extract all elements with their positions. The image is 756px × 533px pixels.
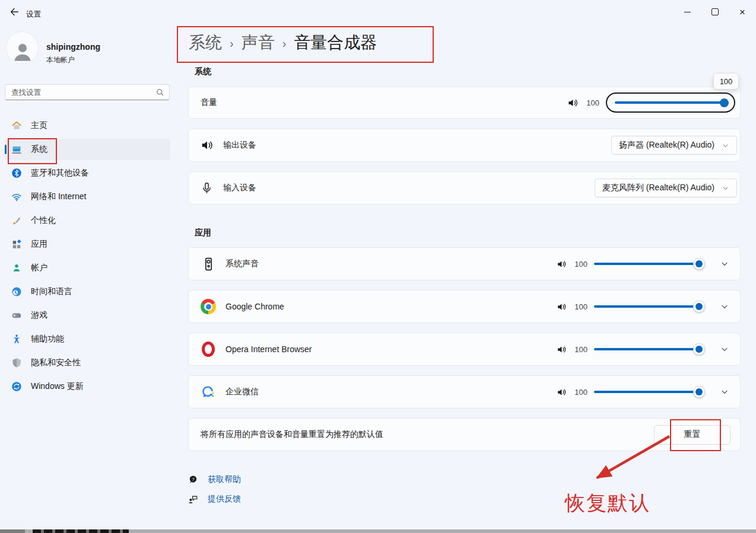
apps-icon bbox=[11, 239, 22, 250]
minimize-button[interactable] bbox=[674, 0, 701, 24]
sidebar-item-accessibility[interactable]: 辅助功能 bbox=[5, 328, 170, 350]
slider-track[interactable] bbox=[594, 348, 704, 350]
sidebar-item-label: 游戏 bbox=[31, 310, 47, 321]
settings-search[interactable] bbox=[5, 84, 170, 100]
sidebar-item-system[interactable]: 系统 bbox=[5, 139, 170, 160]
speaker-icon bbox=[557, 344, 567, 355]
master-volume-slider[interactable] bbox=[615, 97, 726, 108]
accessibility-icon bbox=[11, 334, 22, 344]
wecom-icon bbox=[201, 384, 216, 400]
slider-thumb[interactable] bbox=[720, 98, 729, 107]
sidebar-item-time-language[interactable]: 时间和语言 bbox=[5, 281, 170, 302]
app-volume-value: 100 bbox=[573, 388, 587, 397]
app-volume-slider[interactable] bbox=[594, 343, 704, 355]
app-volume-slider[interactable] bbox=[594, 301, 704, 312]
app-volume-value: 100 bbox=[573, 260, 587, 269]
output-device-dropdown[interactable]: 扬声器 (Realtek(R) Audio) bbox=[611, 136, 737, 155]
app-volume-slider[interactable] bbox=[594, 258, 704, 270]
sidebar-item-label: 帐户 bbox=[31, 263, 47, 273]
speaker-icon bbox=[557, 387, 567, 397]
maximize-button[interactable] bbox=[701, 0, 729, 24]
chrome-icon bbox=[201, 299, 216, 314]
system-sounds-icon bbox=[201, 256, 216, 272]
app-name: 系统声音 bbox=[225, 258, 259, 269]
slider-thumb[interactable] bbox=[693, 343, 705, 355]
search-input[interactable] bbox=[10, 88, 155, 97]
windows-update-icon bbox=[11, 381, 22, 392]
selected-accent-bar bbox=[5, 145, 7, 154]
slider-thumb[interactable] bbox=[693, 301, 705, 312]
sidebar-item-accounts[interactable]: 帐户 bbox=[5, 257, 170, 279]
search-icon bbox=[155, 88, 164, 97]
annotation-note: 恢复默认 bbox=[565, 490, 650, 517]
output-device-value: 扬声器 (Realtek(R) Audio) bbox=[619, 140, 714, 151]
slider-track[interactable] bbox=[615, 101, 726, 104]
speaker-icon bbox=[201, 139, 214, 152]
sidebar-item-home[interactable]: 主页 bbox=[5, 115, 170, 136]
sidebar-item-label: Windows 更新 bbox=[31, 381, 84, 392]
breadcrumb-system[interactable]: 系统 bbox=[189, 31, 222, 54]
sidebar-item-network[interactable]: 网络和 Internet bbox=[5, 186, 170, 208]
breadcrumb: 系统 › 声音 › 音量合成器 bbox=[189, 31, 377, 54]
home-icon bbox=[11, 120, 22, 131]
app-name: Opera Internet Browser bbox=[225, 344, 312, 354]
profile-account-type: 本地帐户 bbox=[46, 55, 75, 65]
slider-value-tooltip: 100 bbox=[713, 73, 739, 90]
slider-track[interactable] bbox=[594, 263, 704, 265]
speaker-icon bbox=[567, 97, 579, 108]
sidebar-item-privacy[interactable]: 隐私和安全性 bbox=[5, 352, 170, 374]
sidebar-item-label: 网络和 Internet bbox=[31, 192, 86, 202]
reset-button[interactable]: 重置 bbox=[654, 425, 730, 445]
reset-row: 将所有应用的声音设备和音量重置为推荐的默认值 重置 bbox=[188, 418, 741, 451]
input-device-dropdown[interactable]: 麦克风阵列 (Realtek(R) Audio) bbox=[595, 178, 737, 197]
close-button[interactable]: × bbox=[729, 0, 756, 24]
chevron-down-icon bbox=[722, 142, 729, 149]
get-help-link[interactable]: 获取帮助 bbox=[188, 474, 241, 485]
breadcrumb-current-page: 音量合成器 bbox=[294, 31, 377, 54]
window-title: 设置 bbox=[26, 9, 41, 20]
slider-thumb[interactable] bbox=[693, 386, 705, 398]
slider-track[interactable] bbox=[594, 305, 704, 308]
sidebar-item-label: 主页 bbox=[31, 120, 47, 131]
output-device-row: 输出设备 扬声器 (Realtek(R) Audio) bbox=[188, 129, 741, 162]
sidebar-item-label: 隐私和安全性 bbox=[31, 358, 81, 368]
expand-chevron-icon[interactable] bbox=[720, 259, 729, 269]
person-icon bbox=[11, 39, 34, 63]
opera-icon bbox=[201, 341, 216, 357]
expand-chevron-icon[interactable] bbox=[720, 302, 729, 311]
microphone-icon bbox=[201, 182, 213, 194]
app-name: 企业微信 bbox=[225, 387, 259, 397]
breadcrumb-separator: › bbox=[230, 35, 234, 50]
expand-chevron-icon[interactable] bbox=[720, 387, 729, 397]
network-icon bbox=[11, 192, 22, 202]
sidebar-item-bluetooth[interactable]: 蓝牙和其他设备 bbox=[5, 162, 170, 184]
system-icon bbox=[11, 144, 22, 155]
help-icon bbox=[188, 474, 198, 485]
sidebar-item-windows-update[interactable]: Windows 更新 bbox=[5, 376, 170, 397]
slider-thumb[interactable] bbox=[693, 258, 705, 270]
reset-description: 将所有应用的声音设备和音量重置为推荐的默认值 bbox=[201, 429, 383, 440]
profile-name: shipingzhong bbox=[46, 42, 100, 52]
sidebar-item-gaming[interactable]: 游戏 bbox=[5, 305, 170, 326]
get-help-label: 获取帮助 bbox=[208, 474, 241, 485]
sidebar-item-label: 蓝牙和其他设备 bbox=[31, 168, 89, 178]
sidebar-item-personalization[interactable]: 个性化 bbox=[5, 210, 170, 231]
app-volume-row-chrome: Google Chrome 100 bbox=[188, 290, 741, 323]
taskbar-fragment bbox=[0, 529, 756, 533]
taskbar-fragment-dark bbox=[0, 529, 25, 533]
breadcrumb-sound[interactable]: 声音 bbox=[242, 31, 275, 54]
expand-chevron-icon[interactable] bbox=[720, 344, 729, 354]
give-feedback-link[interactable]: 提供反馈 bbox=[188, 494, 241, 505]
chevron-down-icon bbox=[722, 184, 729, 192]
slider-track[interactable] bbox=[594, 391, 704, 393]
sidebar-item-apps[interactable]: 应用 bbox=[5, 234, 170, 255]
app-volume-row-wecom: 企业微信 100 bbox=[188, 375, 741, 408]
give-feedback-label: 提供反馈 bbox=[208, 494, 241, 505]
back-button[interactable] bbox=[5, 4, 24, 20]
avatar[interactable] bbox=[6, 31, 39, 64]
app-volume-slider[interactable] bbox=[594, 386, 704, 398]
input-device-row: 输入设备 麦克风阵列 (Realtek(R) Audio) bbox=[188, 171, 741, 205]
volume-label: 音量 bbox=[201, 97, 217, 108]
feedback-icon bbox=[188, 494, 198, 505]
breadcrumb-separator: › bbox=[282, 35, 287, 50]
